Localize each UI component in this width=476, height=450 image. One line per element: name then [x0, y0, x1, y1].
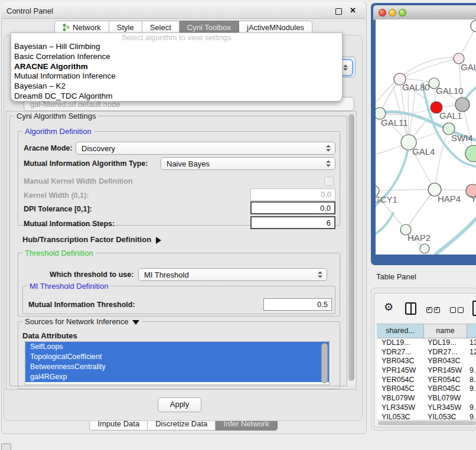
- table-cell: YBR043C: [424, 357, 467, 366]
- which-threshold-combo[interactable]: MI Threshold: [138, 268, 327, 281]
- table-row[interactable]: YBR043CYBR043C: [377, 357, 476, 366]
- manual-kernel-width-checkbox[interactable]: [324, 177, 334, 186]
- algorithm-dropdown: Select algorithm to view settings Bayesi…: [11, 32, 343, 102]
- minimized-panel-icon[interactable]: [1, 444, 11, 450]
- node-label: Y: [471, 194, 476, 204]
- close-window-icon[interactable]: [379, 9, 386, 17]
- dropdown-item[interactable]: Basic Correlation Inference: [11, 52, 342, 62]
- dropdown-item[interactable]: Mutual Information Inference: [11, 71, 342, 81]
- column-header[interactable]: shared...: [377, 324, 424, 338]
- group-title: MI Threshold Definition: [27, 282, 110, 291]
- table-cell: YBR045C: [377, 384, 424, 394]
- network-node[interactable]: [455, 97, 470, 112]
- table-cell: YER054C: [424, 376, 467, 385]
- attribute-list-item[interactable]: TopologicalCoefficient: [25, 352, 329, 362]
- table-cell: YPR145W: [377, 366, 424, 376]
- node-label: GCY1: [376, 194, 397, 204]
- dropdown-item[interactable]: Bayesian – Hill Climbing: [11, 42, 342, 52]
- node-attribute-table[interactable]: shared... name YDL19...YDL19...13YDR27..…: [377, 324, 476, 420]
- gear-icon[interactable]: ⚙: [384, 302, 393, 312]
- export-table-icon[interactable]: [472, 301, 476, 316]
- table-row[interactable]: YDL19...YDL19...13: [377, 338, 476, 348]
- dropdown-item-selected[interactable]: ARACNE Algorithm: [11, 62, 342, 72]
- node-label: HAP4: [438, 194, 461, 204]
- table-cell: 9.: [467, 403, 476, 413]
- list-scrollbar[interactable]: [321, 343, 328, 383]
- network-node[interactable]: [465, 145, 476, 162]
- table-row[interactable]: YLR345WYLR345W9.: [377, 403, 476, 413]
- table-row[interactable]: YIL053CYIL053C9.: [377, 413, 476, 420]
- zoom-window-icon[interactable]: [399, 9, 406, 17]
- scrollbar-thumb[interactable]: [378, 421, 476, 425]
- aracne-mode-combo[interactable]: Discovery: [76, 142, 335, 155]
- table-panel-title: Table Panel: [376, 272, 416, 281]
- group-title: Sources for Network Inference: [22, 317, 142, 326]
- data-attributes-list[interactable]: SelfLoopsTopologicalCoefficientBetweenne…: [25, 341, 330, 385]
- dpi-tolerance-label: DPI Tolerance [0,1]:: [24, 203, 92, 216]
- network-window-titlebar[interactable]: [373, 5, 476, 20]
- table-cell: YBR045C: [424, 384, 467, 394]
- dropdown-item[interactable]: Bayesian – K2: [11, 81, 342, 92]
- combo-value: Discovery: [81, 144, 115, 153]
- node-label: GAL4: [412, 146, 435, 156]
- which-threshold-label: Which threshold to use:: [50, 268, 133, 281]
- attribute-list-item[interactable]: BetweennessCentrality: [25, 362, 329, 372]
- table-cell: YDL19...: [377, 338, 424, 348]
- control-panel-titlebar[interactable]: Control Panel ✕: [1, 2, 366, 19]
- table-cell: 9.: [467, 413, 476, 420]
- mi-algorithm-type-combo[interactable]: Naive Bayes: [161, 157, 335, 170]
- panel-title: Control Panel: [6, 6, 53, 15]
- kernel-width-input[interactable]: 0.0: [250, 188, 335, 201]
- input-value: 0.5: [317, 300, 328, 309]
- table-row[interactable]: YDR27...YDR27...12: [377, 348, 476, 357]
- attribute-list-item[interactable]: SelfLoops: [25, 342, 329, 352]
- node-label: GAL1: [439, 110, 462, 120]
- float-window-icon[interactable]: [335, 8, 342, 15]
- apply-button[interactable]: Apply: [158, 397, 201, 412]
- node-label: SWI4: [451, 133, 473, 143]
- network-view-window: GALGAL80GAL10GAL1GAL11SWI4GAL4GCY1HAP4YH…: [371, 3, 476, 265]
- combo-arrows-icon: [343, 64, 348, 71]
- table-cell: YDR27...: [424, 348, 467, 357]
- table-row[interactable]: YBL079WYBL079W: [377, 394, 476, 403]
- dpi-tolerance-input[interactable]: 0.0: [250, 201, 335, 214]
- settings-scrollbar[interactable]: [348, 113, 355, 387]
- combo-arrows-icon: [326, 145, 331, 152]
- node-label: GAL10: [436, 86, 464, 96]
- table-cell: YIL053C: [424, 413, 467, 420]
- table-cell: YBR043C: [377, 357, 424, 366]
- combo-arrows-icon: [326, 161, 331, 167]
- screen: Control Panel ✕ Network Style Select Cyn…: [0, 0, 476, 450]
- table-row[interactable]: YER054CYER054C8.: [377, 376, 476, 385]
- mi-steps-input[interactable]: 6: [250, 216, 335, 229]
- deselect-all-checks-icon[interactable]: [450, 305, 465, 315]
- node-label: GAL11: [381, 118, 408, 128]
- aracne-mode-label: Aracne Mode:: [24, 142, 73, 155]
- manual-kernel-width-label: Manual Kernel Width Definition: [24, 175, 133, 188]
- collapse-arrow-icon: [132, 320, 139, 325]
- network-node[interactable]: [471, 20, 476, 32]
- hub-definition-expander[interactable]: Hub/Transcription Factor Definition: [22, 235, 161, 244]
- column-header[interactable]: name: [424, 324, 467, 338]
- mi-threshold-input[interactable]: 0.5: [263, 298, 332, 311]
- close-panel-icon[interactable]: ✕: [350, 6, 356, 15]
- network-canvas[interactable]: GALGAL80GAL10GAL1GAL11SWI4GAL4GCY1HAP4YH…: [376, 19, 476, 255]
- network-node[interactable]: [420, 244, 429, 253]
- scrollbar-thumb[interactable]: [348, 114, 354, 381]
- minimize-window-icon[interactable]: [389, 9, 396, 17]
- select-all-checks-icon[interactable]: [426, 305, 442, 315]
- mi-steps-label: Mutual Information Steps:: [24, 217, 115, 230]
- table-cell: 13: [467, 338, 476, 348]
- dropdown-item[interactable]: Dream8 DC_TDC Algorithm: [11, 92, 342, 102]
- column-header[interactable]: [467, 324, 476, 338]
- table-cell: YBL079W: [377, 394, 424, 403]
- table-row[interactable]: YPR145WYPR145W9.: [377, 366, 476, 376]
- columns-icon[interactable]: [405, 302, 416, 315]
- table-h-scrollbar[interactable]: [377, 420, 476, 426]
- hub-definition-label: Hub/Transcription Factor Definition: [22, 235, 151, 244]
- table-row[interactable]: YBR045CYBR045C9.: [377, 384, 476, 394]
- group-title: Threshold Definition: [22, 249, 96, 257]
- dropdown-placeholder: Select algorithm to view settings: [11, 34, 342, 42]
- attribute-list-item[interactable]: gal4RGexp: [25, 372, 329, 382]
- table-panel-window: ⚙ shared... name YDL19...YDL19...13YDR27…: [371, 288, 476, 431]
